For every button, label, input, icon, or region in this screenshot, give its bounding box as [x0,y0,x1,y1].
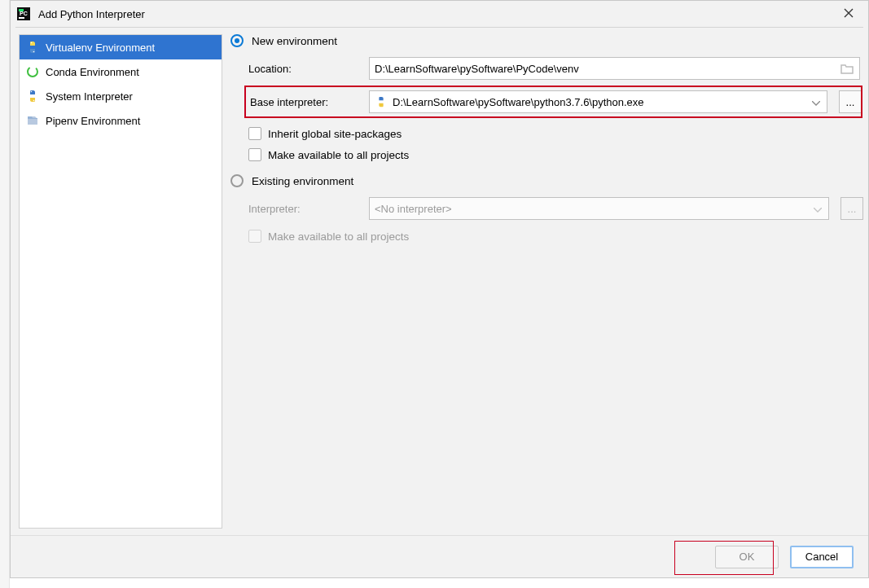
sidebar-item-label: Virtualenv Environment [46,42,155,54]
chevron-down-icon [814,203,823,215]
existing-interpreter-browse-button: ... [840,197,863,220]
folder-open-icon[interactable] [840,61,854,76]
radio-new-environment-row: New environment [230,34,860,47]
svg-point-7 [31,91,33,93]
chevron-down-icon [812,96,822,108]
interpreter-label: Interpreter: [248,203,362,215]
content-panel: New environment Location: D:\LearnSoftwa… [230,34,860,529]
cancel-button[interactable]: Cancel [790,546,854,568]
make-available-new-label: Make available to all projects [268,149,409,161]
make-available-existing-checkbox [248,230,261,243]
conda-icon [26,65,39,78]
make-available-new-checkbox[interactable] [248,148,261,161]
base-interpreter-combo[interactable]: D:\LearnSoftware\pySoftware\python3.7.6\… [369,90,827,113]
make-available-existing-label: Make available to all projects [268,230,409,243]
svg-point-8 [33,100,35,102]
interpreter-type-sidebar: Virtualenv Environment Conda Environment [19,34,222,529]
location-value: D:\LearnSoftware\pySoftware\PyCode\venv [375,63,840,75]
radio-label: Existing environment [252,175,353,187]
svg-point-4 [31,42,33,44]
python-icon [375,95,388,108]
base-interpreter-browse-button[interactable]: ... [839,90,862,113]
inherit-global-checkbox[interactable] [248,127,261,140]
svg-point-5 [33,51,35,53]
base-interpreter-value: D:\LearnSoftware\pySoftware\python3.7.6\… [393,96,807,108]
make-available-existing-row: Make available to all projects [248,230,860,243]
sidebar-item-conda[interactable]: Conda Environment [20,59,222,84]
svg-rect-2 [19,17,24,19]
base-interpreter-label: Base interpreter: [248,96,362,108]
radio-label: New environment [252,35,337,47]
base-interpreter-row: Base interpreter: D:\LearnSoftware\pySof… [247,88,860,116]
pycharm-icon: PC [17,7,30,20]
close-icon [844,8,854,20]
sidebar-item-pipenv[interactable]: Pipenv Environment [20,108,222,133]
add-python-interpreter-dialog: PC Add Python Interpreter [10,0,869,578]
python-icon [26,90,39,103]
sidebar-item-label: System Interpreter [46,90,133,103]
svg-text:PC: PC [20,11,28,16]
existing-interpreter-value: <No interpreter> [375,203,809,215]
svg-point-6 [28,67,37,77]
dialog-footer: OK Cancel [11,535,868,577]
titlebar: PC Add Python Interpreter [11,1,868,27]
pipenv-icon [26,114,39,127]
sidebar-item-virtualenv[interactable]: Virtualenv Environment [20,35,222,59]
location-label: Location: [248,63,362,75]
window-title: Add Python Interpreter [38,8,145,20]
close-button[interactable] [832,2,865,25]
python-icon [26,41,39,54]
sidebar-item-label: Pipenv Environment [46,115,140,127]
sidebar-item-system[interactable]: System Interpreter [20,84,222,108]
radio-new-environment[interactable] [230,34,244,47]
ok-button[interactable]: OK [715,546,779,568]
radio-existing-environment-row: Existing environment [230,174,860,187]
existing-interpreter-combo: <No interpreter> [369,197,829,220]
inherit-global-label: Inherit global site-packages [268,128,402,140]
location-field[interactable]: D:\LearnSoftware\pySoftware\PyCode\venv [369,57,860,80]
make-available-new-row: Make available to all projects [248,148,860,161]
sidebar-item-label: Conda Environment [46,66,139,78]
existing-interpreter-row: Interpreter: <No interpreter> ... [248,197,860,220]
radio-existing-environment[interactable] [230,174,244,187]
inherit-global-row: Inherit global site-packages [248,127,860,140]
